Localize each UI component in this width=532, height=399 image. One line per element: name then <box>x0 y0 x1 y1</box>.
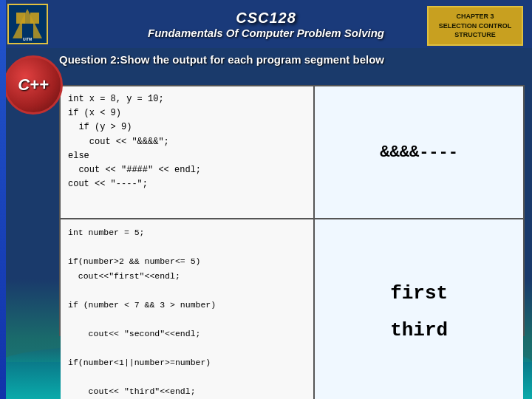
output-area-1: &&&&---- <box>315 86 523 218</box>
chapter-badge: CHAPTER 3 SELECTION CONTROL STRUCTURE <box>427 6 523 46</box>
code-line: cout << "&&&&"; <box>68 135 306 149</box>
svg-rect-4 <box>30 13 39 24</box>
content-table: int x = 8, y = 10; if (x < 9) if (y > 9)… <box>59 85 525 336</box>
code-line <box>68 369 306 384</box>
table-top-row: int x = 8, y = 10; if (x < 9) if (y > 9)… <box>61 86 523 219</box>
code-line <box>68 312 306 327</box>
code-line <box>68 240 306 255</box>
logo-area: UiTM <box>7 4 48 44</box>
code-line: cout<< "third"<<endl; <box>68 384 306 399</box>
header: UiTM CSC128 Fundamentals Of Computer Pro… <box>0 0 532 48</box>
chapter-line3: STRUCTURE <box>436 30 514 40</box>
output-value-third: third <box>390 319 448 341</box>
code-segment-2: int number = 5; if(number>2 && number<= … <box>61 219 315 399</box>
code-line: cout << "----"; <box>68 177 306 191</box>
course-name: Fundamentals Of Computer Problem Solving <box>148 27 384 39</box>
code-line <box>68 341 306 355</box>
code-line: cout<<"first"<<endl; <box>68 269 306 284</box>
code-line: int x = 8, y = 10; <box>68 92 306 106</box>
chapter-line1: CHAPTER 3 <box>436 12 514 21</box>
code-line: if(number<1||number>=number) <box>68 355 306 370</box>
code-line: int number = 5; <box>68 225 306 240</box>
table-bottom-row: int number = 5; if(number>2 && number<= … <box>61 219 523 399</box>
code-line: if (x < 9) <box>68 106 306 120</box>
code-line: cout<< "second"<<endl; <box>68 327 306 341</box>
question-block: Question 2:Show the output for each prog… <box>59 52 525 69</box>
mascot-circle: C++ <box>4 55 63 115</box>
code-line: else <box>68 149 306 163</box>
code-line: cout << "####" << endl; <box>68 163 306 177</box>
chapter-line2: SELECTION CONTROL <box>436 21 514 31</box>
course-code: CSC128 <box>148 10 384 27</box>
output-value-1: &&&&---- <box>380 143 458 162</box>
code-line: if(number>2 && number<= 5) <box>68 254 306 269</box>
question-text: Question 2:Show the output for each prog… <box>59 52 525 69</box>
code-line <box>68 283 306 298</box>
header-title-block: CSC128 Fundamentals Of Computer Problem … <box>148 10 384 39</box>
svg-rect-3 <box>16 13 25 24</box>
code-line: if (number < 7 && 3 > number) <box>68 298 306 313</box>
code-segment-1: int x = 8, y = 10; if (x < 9) if (y > 9)… <box>61 86 315 218</box>
logo-image: UiTM <box>7 4 48 44</box>
svg-text:UiTM: UiTM <box>23 37 32 41</box>
output-area-2: first third <box>315 219 523 399</box>
output-value-first: first <box>390 282 448 304</box>
mascot: C++ <box>0 44 66 133</box>
svg-rect-2 <box>22 24 33 38</box>
left-bar <box>0 0 6 399</box>
mascot-text: C++ <box>18 75 49 95</box>
code-line: if (y > 9) <box>68 120 306 134</box>
